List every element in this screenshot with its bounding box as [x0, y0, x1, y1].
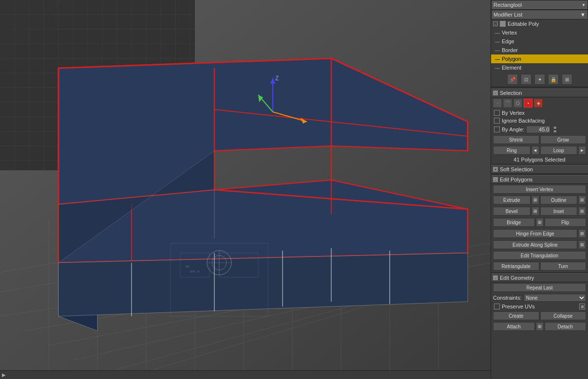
hinge-settings[interactable]: ⊞ [578, 229, 586, 238]
inset-button[interactable]: Inset [540, 207, 578, 216]
inset-settings[interactable]: ⊞ [578, 207, 586, 216]
statusbar: ▶ [0, 370, 491, 379]
attach-button[interactable]: Attach [493, 322, 535, 331]
editable-poly-label: Editable Poly [508, 21, 539, 27]
by-angle-checkbox[interactable] [494, 126, 500, 132]
attach-detach-row: Attach ⊞ Detach [491, 321, 588, 332]
modifier-toolbar: 📌 ⊡ ✦ 🔒 ⊞ [491, 72, 588, 87]
ring-spin-up[interactable]: ◄ [531, 146, 539, 155]
attach-settings[interactable]: ⊞ [536, 322, 544, 331]
loop-button[interactable]: Loop [540, 146, 578, 155]
hinge-from-edge-button[interactable]: Hinge From Edge [493, 229, 577, 238]
edit-geometry-header[interactable]: - Edit Geometry [491, 273, 588, 282]
soft-selection-header[interactable]: + Soft Selection [491, 165, 588, 174]
shrink-grow-row: Shrink Grow [491, 134, 588, 145]
bridge-flip-row: Bridge ⊞ Flip [491, 217, 588, 228]
extrude-spline-settings[interactable]: ⊞ [578, 240, 586, 249]
sel-edge-icon[interactable]: ⌒ [503, 99, 512, 108]
configure-btn[interactable]: ⊞ [562, 74, 572, 85]
ignore-backfacing-label: Ignore Backfacing [502, 118, 545, 124]
insert-vertex-button[interactable]: Insert Vertex [493, 185, 586, 194]
ignore-backfacing-checkbox[interactable] [494, 118, 500, 124]
shrink-button[interactable]: Shrink [493, 135, 539, 144]
detach-button[interactable]: Detach [545, 322, 587, 331]
preserve-uvs-settings[interactable]: ⊞ [579, 304, 585, 309]
sel-vertex-icon[interactable]: · [493, 99, 502, 108]
remove-btn[interactable]: 🔒 [548, 74, 559, 85]
sel-polygon-icon[interactable]: ▪ [524, 99, 532, 108]
flip-button[interactable]: Flip [545, 218, 587, 227]
modifier-list-label[interactable]: Modifier List ▼ [491, 10, 588, 19]
collapse-button[interactable]: Collapse [540, 311, 587, 320]
ring-loop-row: Ring ◄ Loop ► [491, 145, 588, 156]
sel-border-icon[interactable]: ⬡ [513, 99, 522, 108]
selection-icons-row: · ⌒ ⬡ ▪ ◈ [491, 97, 588, 109]
edge-label: Edge [502, 38, 514, 44]
extrude-outline-row: Extrude ⊞ Outline ⊞ [491, 195, 588, 205]
sep4 [491, 272, 588, 273]
preserve-uvs-row: Preserve UVs ⊞ [491, 303, 588, 310]
extrude-button[interactable]: Extrude [493, 196, 531, 204]
loop-spin-down[interactable]: ► [578, 146, 586, 155]
preserve-uvs-checkbox[interactable] [494, 304, 500, 309]
extrude-spline-row: Extrude Along Spline ⊞ [491, 239, 588, 250]
by-angle-up[interactable]: ▲ [552, 126, 557, 129]
show-end-btn[interactable]: ⊡ [521, 74, 531, 85]
turn-button[interactable]: Turn [540, 262, 587, 271]
outline-settings[interactable]: ⊞ [578, 196, 586, 204]
sep3 [491, 174, 588, 175]
tree-element[interactable]: — Element [491, 63, 588, 72]
bridge-button[interactable]: Bridge [493, 218, 535, 227]
outline-button[interactable]: Outline [540, 196, 578, 204]
repeat-last-button[interactable]: Repeat Last [493, 283, 586, 292]
selection-header[interactable]: - Selection [491, 89, 588, 97]
svg-text:Z: Z [275, 75, 279, 82]
edit-geo-toggle[interactable]: - [493, 275, 498, 280]
retriangulate-turn-row: Retriangulate Turn [491, 261, 588, 271]
bridge-settings[interactable]: ⊞ [536, 218, 544, 227]
edit-poly-title: Edit Polygons [500, 177, 532, 182]
tree-polygon[interactable]: — Polygon [491, 54, 588, 63]
tree-edge[interactable]: — Edge [491, 37, 588, 46]
edit-poly-toggle[interactable]: - [493, 177, 498, 182]
preserve-uvs-label: Preserve UVs [502, 304, 535, 309]
extrude-settings[interactable]: ⊞ [531, 196, 539, 204]
tree-vertex[interactable]: — Vertex [491, 28, 588, 37]
by-vertex-checkbox[interactable] [494, 110, 500, 116]
selection-title: Selection [500, 90, 522, 96]
by-angle-row: By Angle: ▲ ▼ [491, 125, 588, 134]
by-vertex-label: By Vertex [502, 110, 525, 116]
create-button[interactable]: Create [493, 311, 539, 320]
bevel-settings[interactable]: ⊞ [531, 207, 539, 216]
soft-sel-toggle[interactable]: + [493, 167, 498, 172]
ring-button[interactable]: Ring [493, 146, 531, 155]
edit-polygons-header[interactable]: - Edit Polygons [491, 175, 588, 184]
pin-btn[interactable]: 📌 [507, 74, 518, 85]
editable-poly-item[interactable]: ☑ Editable Poly [491, 19, 588, 28]
constraints-select[interactable]: None [524, 294, 586, 302]
sel-element-icon[interactable]: ◈ [534, 99, 543, 108]
ep-checkbox[interactable]: ☑ [493, 21, 498, 26]
tree-border[interactable]: — Border [491, 46, 588, 54]
bevel-button[interactable]: Bevel [493, 207, 531, 216]
modifier-stack: ☑ Editable Poly — Vertex — Edge — Border… [491, 19, 588, 72]
svg-text:oil: oil [185, 264, 189, 269]
bevel-inset-row: Bevel ⊞ Inset ⊞ [491, 206, 588, 217]
retriangulate-button[interactable]: Retriangulate [493, 262, 539, 271]
object-dropdown[interactable]: Rectanglool ▼ [491, 0, 588, 10]
soft-sel-title: Soft Selection [500, 166, 533, 172]
by-angle-down[interactable]: ▼ [552, 129, 557, 133]
ep-icon [500, 21, 506, 27]
make-unique-btn[interactable]: ✦ [534, 74, 545, 85]
by-angle-spinner: ▲ ▼ [552, 126, 557, 133]
modifier-list-arrow-icon: ▼ [580, 12, 586, 18]
edit-polygons-section: Insert Vertex Extrude ⊞ Outline ⊞ Bevel … [491, 184, 588, 272]
edit-geo-title: Edit Geometry [500, 275, 534, 281]
viewport-svg: Z oil sol. a [0, 0, 491, 379]
grow-button[interactable]: Grow [540, 135, 587, 144]
extrude-spline-button[interactable]: Extrude Along Spline [493, 240, 577, 249]
selection-toggle[interactable]: - [493, 90, 498, 95]
vertex-label: Vertex [502, 30, 517, 36]
by-angle-input[interactable] [526, 126, 550, 133]
edit-triangulation-button[interactable]: Edit Triangulation [493, 251, 586, 260]
